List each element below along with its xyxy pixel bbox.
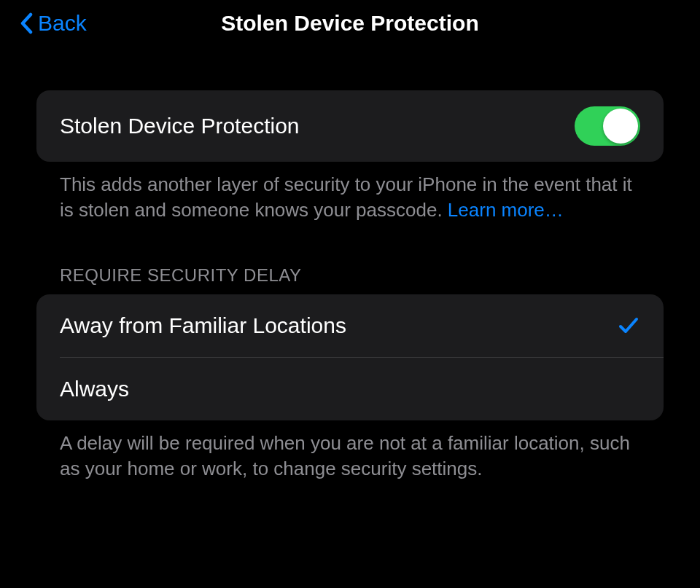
protection-toggle[interactable] <box>575 106 640 146</box>
back-label: Back <box>38 11 87 36</box>
protection-card: Stolen Device Protection <box>36 90 664 162</box>
delay-header: Require Security Delay <box>36 265 664 294</box>
delay-group: Require Security Delay Away from Familia… <box>36 265 664 482</box>
checkmark-icon <box>617 314 640 337</box>
protection-row: Stolen Device Protection <box>36 90 664 162</box>
option-away-from-familiar[interactable]: Away from Familiar Locations <box>36 294 664 357</box>
learn-more-link[interactable]: Learn more… <box>448 199 564 221</box>
option-always[interactable]: Always <box>36 358 664 420</box>
protection-footer: This adds another layer of security to y… <box>36 162 664 223</box>
page-title: Stolen Device Protection <box>221 11 478 36</box>
back-button[interactable]: Back <box>19 11 87 36</box>
toggle-knob <box>603 109 638 144</box>
content: Stolen Device Protection This adds anoth… <box>0 47 700 482</box>
navigation-bar: Back Stolen Device Protection <box>0 0 700 47</box>
protection-label: Stolen Device Protection <box>60 114 300 138</box>
delay-card: Away from Familiar Locations Always <box>36 294 664 420</box>
delay-footer: A delay will be required when you are no… <box>36 420 664 482</box>
option-always-label: Always <box>60 377 129 401</box>
protection-group: Stolen Device Protection This adds anoth… <box>36 90 664 223</box>
option-away-label: Away from Familiar Locations <box>60 313 346 338</box>
chevron-left-icon <box>19 11 34 36</box>
